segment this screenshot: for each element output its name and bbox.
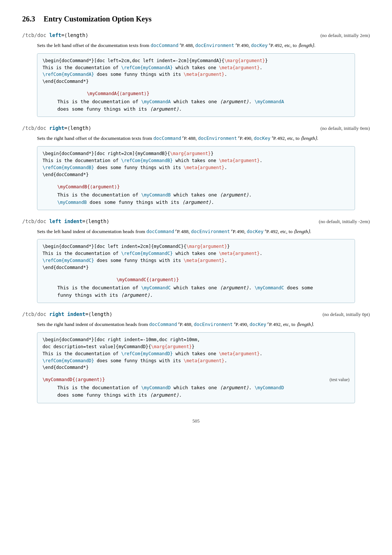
section-title: 26.3 Entry Customization Option Keys bbox=[22, 15, 370, 23]
entry-signature: /tcb/doc left indent=⟨length⟩ bbox=[22, 218, 109, 224]
code-line: \begin{docCommand*}[doc right indent=-10… bbox=[43, 336, 349, 343]
ref-docenvironment: docEnvironment bbox=[195, 43, 234, 48]
entries-container: /tcb/doc left=⟨length⟩(no default, initi… bbox=[22, 32, 370, 403]
page-number: 505 bbox=[22, 418, 370, 424]
ref-docenvironment: docEnvironment bbox=[198, 135, 237, 141]
cmd-path: /tcb/doc bbox=[22, 32, 49, 38]
entry-description: Sets the right hand indent of documentat… bbox=[37, 320, 370, 329]
sub-desc-line: does some funny things with its ⟨argumen… bbox=[57, 105, 349, 113]
code-line: \refCom{myCommandC} does some funny thin… bbox=[43, 257, 349, 264]
sub-desc-line: This is the documentation of \myCommandC… bbox=[57, 284, 349, 292]
code-line: \refCom{myCommandB} does some funny thin… bbox=[43, 164, 349, 171]
sub-desc-line: does some funny things with its ⟨argumen… bbox=[57, 391, 349, 399]
sub-command-sig: \myCommandB{⟨argument⟩} bbox=[43, 184, 349, 191]
entry-header: /tcb/doc right indent=⟨length⟩(no defaul… bbox=[22, 311, 370, 317]
code-line: \end{docCommand*} bbox=[43, 364, 349, 371]
code-line: \end{docCommand*} bbox=[43, 171, 349, 178]
entry-left: /tcb/doc left=⟨length⟩(no default, initi… bbox=[22, 32, 370, 117]
sub-desc-line: This is the documentation of \myCommandD… bbox=[57, 384, 349, 391]
cmd-name: right indent bbox=[49, 311, 85, 317]
entry-signature: /tcb/doc right indent=⟨length⟩ bbox=[22, 311, 112, 317]
arg-length: ⟨length⟩ bbox=[297, 322, 313, 327]
sub-command-block: \myCommandB{⟨argument⟩}This is the docum… bbox=[43, 182, 349, 206]
entry-default: (no default, initially -2em) bbox=[319, 219, 370, 225]
ref-docenvironment: docEnvironment bbox=[194, 322, 233, 327]
ref-dockey: docKey bbox=[247, 229, 263, 234]
entry-right: /tcb/doc right=⟨length⟩(no default, init… bbox=[22, 125, 370, 210]
entry-header: /tcb/doc right=⟨length⟩(no default, init… bbox=[22, 125, 370, 131]
sub-command-sig: \myCommandA{⟨argument⟩} bbox=[43, 90, 349, 97]
sub-cmd-name: \myCommandD{⟨argument⟩} bbox=[43, 376, 105, 383]
sub-command-block: \myCommandA{⟨argument⟩}This is the docum… bbox=[43, 89, 349, 113]
sub-desc-line: funny things with its ⟨argument⟩. bbox=[57, 292, 349, 299]
code-line: This is the documentation of \refCom{myC… bbox=[43, 250, 349, 257]
ref-docenvironment: docEnvironment bbox=[191, 229, 230, 234]
sub-command-sig: \myCommandD{⟨argument⟩}(test value) bbox=[43, 376, 349, 383]
code-box: \begin{docCommand*}[doc right=2cm]{myCom… bbox=[37, 146, 355, 210]
sub-command-block: \myCommandC{⟨argument⟩}This is the docum… bbox=[43, 275, 349, 299]
ref-dockey: docKey bbox=[250, 322, 266, 327]
ref-dockey: docKey bbox=[251, 43, 268, 48]
cmd-name: right bbox=[49, 125, 64, 131]
code-line: \end{docCommand*} bbox=[43, 264, 349, 271]
sub-command-desc: This is the documentation of \myCommandA… bbox=[57, 98, 349, 113]
cmd-name: left indent bbox=[49, 218, 82, 224]
entry-default: (no default, initially 0pt) bbox=[322, 312, 370, 317]
entry-description: Sets the right hand offset of the docume… bbox=[37, 134, 370, 142]
cmd-name: left bbox=[49, 32, 61, 38]
code-line: This is the documentation of \refCom{myC… bbox=[43, 157, 349, 164]
code-line: \begin{docCommand*}[doc left indent=2cm]… bbox=[43, 243, 349, 250]
arg-length: ⟨length⟩ bbox=[301, 135, 317, 141]
code-line: This is the documentation of \refCom{myC… bbox=[43, 350, 349, 357]
code-line: \refCom{myCommandD} does some funny thin… bbox=[43, 357, 349, 364]
sub-desc-line: \myCommandB does some funny things with … bbox=[57, 199, 349, 206]
cmd-path: /tcb/doc bbox=[22, 125, 49, 131]
code-line: \end{docCommand*} bbox=[43, 78, 349, 85]
sub-desc-line: This is the documentation of \myCommandA… bbox=[57, 98, 349, 105]
entry-right-indent: /tcb/doc right indent=⟨length⟩(no defaul… bbox=[22, 311, 370, 403]
code-box: \begin{docCommand*}[doc left=2cm,doc lef… bbox=[37, 53, 355, 117]
code-line: \begin{docCommand*}[doc left=2cm,doc lef… bbox=[43, 57, 349, 64]
entry-description: Sets the left hand indent of documentati… bbox=[37, 228, 370, 236]
ref-doccommand: docCommand bbox=[151, 43, 178, 48]
sub-desc-line: This is the documentation of \myCommandB… bbox=[57, 191, 349, 199]
sig-rest: =⟨length⟩ bbox=[82, 218, 109, 224]
entry-description: Sets the left hand offset of the documen… bbox=[37, 41, 370, 50]
code-box: \begin{docCommand*}[doc right indent=-10… bbox=[37, 332, 355, 403]
code-box: \begin{docCommand*}[doc left indent=2cm]… bbox=[37, 239, 355, 303]
cmd-path: /tcb/doc bbox=[22, 311, 49, 317]
entry-default: (no default, initially 2em) bbox=[320, 33, 370, 38]
sig-rest: =⟨length⟩ bbox=[64, 125, 91, 131]
ref-doccommand: docCommand bbox=[149, 322, 177, 327]
sig-rest: =⟨length⟩ bbox=[61, 32, 88, 38]
code-line: This is the documentation of \refCom{myC… bbox=[43, 64, 349, 71]
sub-command-desc: This is the documentation of \myCommandD… bbox=[57, 384, 349, 399]
ref-doccommand: docCommand bbox=[153, 135, 181, 141]
code-line: \refCom{myCommandA} does some funny thin… bbox=[43, 71, 349, 78]
ref-doccommand: docCommand bbox=[146, 229, 174, 234]
entry-header: /tcb/doc left indent=⟨length⟩(no default… bbox=[22, 218, 370, 225]
cmd-path: /tcb/doc bbox=[22, 218, 49, 224]
code-line: \begin{docCommand*}[doc right=2cm]{myCom… bbox=[43, 150, 349, 157]
entry-signature: /tcb/doc right=⟨length⟩ bbox=[22, 125, 91, 131]
arg-length: ⟨length⟩ bbox=[298, 43, 314, 48]
sub-command-desc: This is the documentation of \myCommandB… bbox=[57, 191, 349, 206]
sub-command-sig: \myCommandC{⟨argument⟩} bbox=[43, 276, 349, 283]
entry-signature: /tcb/doc left=⟨length⟩ bbox=[22, 32, 88, 38]
sub-command-desc: This is the documentation of \myCommandC… bbox=[57, 284, 349, 299]
code-line: doc description=test value]{myCommandD}{… bbox=[43, 343, 349, 350]
entry-header: /tcb/doc left=⟨length⟩(no default, initi… bbox=[22, 32, 370, 38]
sub-cmd-note: (test value) bbox=[330, 376, 349, 383]
entry-left-indent: /tcb/doc left indent=⟨length⟩(no default… bbox=[22, 218, 370, 303]
ref-dockey: docKey bbox=[254, 135, 270, 141]
sub-command-block: \myCommandD{⟨argument⟩}(test value)This … bbox=[43, 375, 349, 399]
entry-default: (no default, initially 0em) bbox=[320, 125, 370, 131]
sig-rest: =⟨length⟩ bbox=[85, 311, 112, 317]
arg-length: ⟨length⟩ bbox=[294, 229, 310, 234]
